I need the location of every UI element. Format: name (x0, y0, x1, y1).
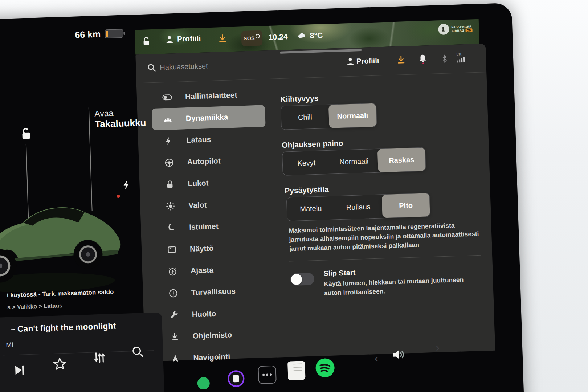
tesla-touchscreen: 66 km Profiili SOS (0, 3, 525, 392)
charging-status-line2: s > Valikko > Lataus (7, 302, 63, 311)
settings-window: Hakuasetukset Profiili LTE Hallintalaitt… (135, 44, 495, 362)
download-icon (170, 332, 180, 342)
media-player: – Can't fight the moonlight MI (0, 313, 166, 392)
dock-icon-spotify[interactable] (315, 358, 335, 378)
airbag-state: ON (465, 28, 472, 32)
steering-segmented: Kevyt Normaali Raskas (282, 147, 426, 175)
person-icon (165, 34, 175, 44)
toggle-knob (291, 274, 302, 285)
option-normaali-2[interactable]: Normaali (330, 149, 378, 174)
option-normaali[interactable]: Normaali (328, 103, 377, 128)
sidebar-item-istuimet[interactable]: Istuimet (155, 214, 269, 239)
slip-start-description: Käytä lumeen, hiekkaan tai mutaan juuttu… (324, 275, 480, 298)
settings-sidebar: Hallintalaitteet Dynamiikka Lataus Autop… (151, 83, 273, 369)
sidebar-label: Lataus (186, 135, 211, 144)
volume-down-chevron[interactable]: ‹ (374, 353, 378, 364)
sidebar-item-ohjelmisto[interactable]: Ohjelmisto (159, 323, 273, 348)
dock-icon-more-apps[interactable] (258, 366, 277, 384)
battery-icon (104, 28, 126, 39)
sun-icon (166, 201, 176, 211)
stopping-segmented: Matelu Rullaus Pito (286, 193, 430, 221)
sidebar-label: Turvallisuus (191, 287, 236, 297)
profile-label-top: Profiili (177, 34, 201, 44)
dock-icon-phone-app[interactable] (197, 377, 210, 389)
sidebar-label: Navigointi (193, 352, 230, 362)
sidebar-label: Ajasta (191, 266, 214, 275)
slip-start-title: Slip Start (323, 269, 355, 278)
stopping-label: Pysäytystila (285, 185, 329, 195)
acceleration-segmented: Chill Normaali (281, 103, 377, 130)
media-search-icon[interactable] (131, 345, 144, 358)
steering-label: Ohjauksen paino (282, 139, 343, 150)
sidebar-item-ajasta[interactable]: Ajasta (156, 257, 270, 283)
sos-refresh-icon (255, 34, 260, 39)
photo-stage: 66 km Profiili SOS (0, 0, 588, 392)
sidebar-item-huolto[interactable]: Huolto (158, 301, 272, 326)
temperature-value: 8°C (310, 31, 323, 40)
clock: 10.24 (269, 32, 288, 42)
search-icon (147, 63, 156, 73)
track-title: – Can't fight the moonlight (10, 321, 116, 334)
option-raskas[interactable]: Raskas (377, 148, 426, 172)
unlock-icon[interactable] (19, 127, 33, 141)
divider (289, 255, 481, 262)
toggle-icon (162, 92, 172, 102)
sidebar-item-autopilot[interactable]: Autopilot (153, 148, 267, 174)
sidebar-label: Autopilot (187, 156, 221, 166)
sidebar-label: Näyttö (190, 244, 214, 253)
option-rullaus[interactable]: Rullaus (334, 195, 383, 219)
next-track-icon[interactable] (12, 363, 26, 377)
volume-icon[interactable] (390, 347, 407, 362)
lock-icon (165, 179, 175, 189)
sidebar-item-valot[interactable]: Valot (154, 192, 268, 217)
sidebar-item-lataus[interactable]: Lataus (152, 127, 266, 152)
track-artist: MI (6, 341, 14, 349)
display-icon (167, 245, 177, 255)
sidebar-item-turvallisuus[interactable]: Turvallisuus (157, 279, 271, 305)
sidebar-label: Valot (188, 200, 207, 210)
sidebar-item-dynamiikka[interactable]: Dynamiikka (152, 105, 266, 130)
alarm-icon (168, 266, 178, 277)
alert-icon (168, 288, 179, 298)
stopping-description: Maksimoi toimintasäteen laajentamalla re… (289, 220, 483, 253)
navigation-icon (170, 353, 180, 363)
sos-label: SOS (244, 35, 255, 41)
volume-up-chevron[interactable]: › (436, 342, 440, 353)
battery-range: 66 km (75, 28, 126, 40)
option-chill[interactable]: Chill (281, 105, 329, 130)
cloud-icon (297, 31, 307, 41)
airbag-line2: AIRBAG (451, 29, 464, 33)
sidebar-label: Hallintalaitteet (185, 91, 237, 101)
search-input[interactable]: Hakuasetukset (160, 62, 208, 72)
trunk-target-label: Takaluukku (95, 117, 146, 130)
bolt-icon (163, 136, 173, 146)
favorite-star-icon[interactable] (53, 357, 67, 371)
vehicle-unlocked-icon[interactable] (142, 37, 151, 46)
sos-badge[interactable]: SOS (241, 30, 262, 46)
dynamics-content: Kiihtyvyys Chill Normaali Ohjauksen pain… (279, 44, 486, 357)
option-kevyt[interactable]: Kevyt (282, 151, 331, 175)
profile-button-top[interactable]: Profiili (165, 34, 201, 44)
passenger-airbag-badge: PASSENGER AIRBAG ON (438, 23, 473, 35)
car-icon (163, 114, 173, 124)
dock-icon-audio-app[interactable] (228, 370, 245, 387)
option-pito[interactable]: Pito (382, 193, 430, 218)
sidebar-label: Istuimet (189, 222, 219, 232)
wrench-icon (169, 310, 179, 320)
sidebar-item-navigointi[interactable]: Navigointi (159, 344, 273, 370)
slip-start-toggle[interactable] (290, 273, 314, 286)
option-matelu[interactable]: Matelu (287, 196, 335, 221)
sidebar-item-lukot[interactable]: Lukot (154, 170, 268, 196)
dock-icon-notes-app[interactable] (287, 361, 306, 380)
audio-settings-icon[interactable] (93, 350, 107, 364)
open-trunk-button[interactable]: Avaa Takaluukku (94, 107, 146, 130)
software-update-icon[interactable] (218, 33, 228, 43)
car-image (0, 167, 128, 293)
sidebar-label: Ohjelmisto (192, 330, 232, 340)
sidebar-label: Huolto (192, 309, 216, 319)
steering-wheel-icon (164, 158, 174, 168)
sidebar-item-hallintalaitteet[interactable]: Hallintalaitteet (151, 83, 265, 109)
sidebar-item-naytto[interactable]: Näyttö (156, 236, 270, 261)
weather: 8°C (297, 30, 323, 41)
time-value: 10.24 (269, 32, 288, 42)
